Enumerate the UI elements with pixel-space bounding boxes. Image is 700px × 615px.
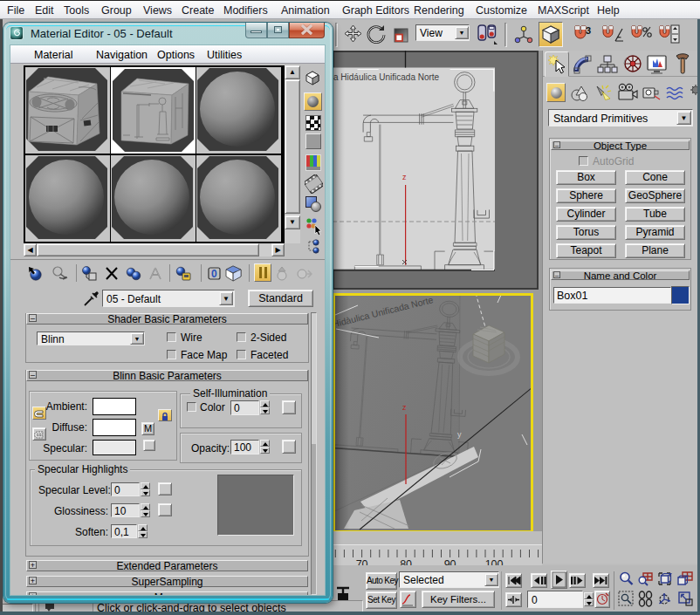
svg-text:0: 0 xyxy=(211,268,217,280)
svg-text:a Hidáulica Unificada Norte: a Hidáulica Unificada Norte xyxy=(333,72,440,82)
svg-text:z: z xyxy=(402,403,407,412)
svg-text:z: z xyxy=(402,173,407,181)
svg-text:y: y xyxy=(457,430,462,439)
svg-text:3: 3 xyxy=(586,25,591,36)
